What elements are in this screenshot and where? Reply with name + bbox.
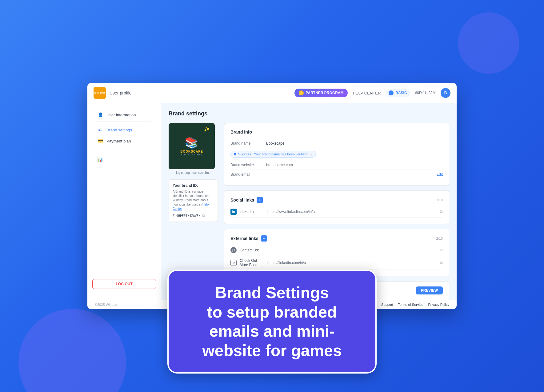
- payment-icon: 💳: [97, 138, 103, 144]
- help-center-link[interactable]: HELP CENTER: [353, 91, 381, 95]
- linkedin-label: LinkedIn:: [240, 210, 264, 214]
- brand-info-title: Brand info: [230, 130, 443, 134]
- external-links-count: 2/10: [436, 237, 443, 240]
- copy-contact-icon[interactable]: ⧉: [440, 248, 443, 252]
- contact-us-value: . .: [267, 248, 437, 252]
- check-out-label: Check Out More Books:: [240, 258, 264, 267]
- brand-info-card: Brand info Brand name Bookscape Success …: [224, 123, 449, 186]
- top-bar-left: WIN DAY User profile: [94, 87, 132, 99]
- content-heading: Brand settings: [169, 110, 449, 117]
- external-links-title: External links: [230, 236, 258, 241]
- check-out-row: ↗ Check Out More Books: https://linkedin…: [230, 256, 443, 270]
- logo-hint: jpg or png, max size 1mb: [169, 171, 218, 174]
- sidebar-divider: [97, 122, 151, 122]
- brand-logo-name: BOOKSCAPE: [180, 150, 203, 153]
- copy-check-out-icon[interactable]: ⧉: [440, 261, 443, 265]
- social-links-title: Social links: [230, 198, 254, 202]
- footer-privacy-link[interactable]: Privacy Policy: [428, 303, 449, 306]
- sidebar-footer: LOG OUT: [87, 274, 161, 294]
- brand-logo-emoji: 📚: [180, 136, 203, 149]
- contact-us-label: Contact Us:: [240, 248, 264, 252]
- top-bar: WIN DAY User profile ⭐ PARTNER PROGRAM H…: [87, 83, 457, 103]
- social-links-header: Social links + 1/10: [230, 197, 443, 203]
- top-bar-right: ⭐ PARTNER PROGRAM HELP CENTER BASIC 60D:…: [294, 88, 450, 98]
- sidebar-section: 👤 User information 🏷 Brand settings 💳 Pa…: [87, 109, 161, 151]
- linkedin-icon: in: [230, 209, 237, 215]
- social-links-card: Social links + 1/10 in LinkedIn: https:/…: [224, 190, 449, 224]
- analytics-icon: 📊: [97, 156, 103, 162]
- brand-website-label: Brand website: [230, 163, 261, 167]
- success-badge: Success Your brand name has been verifie…: [230, 151, 316, 158]
- footer-terms-link[interactable]: Terms of Service: [398, 303, 423, 306]
- brand-name-value: Bookscape: [266, 141, 443, 146]
- copy-brand-id-icon[interactable]: ⧉: [202, 214, 205, 218]
- user-avatar[interactable]: B: [441, 88, 450, 98]
- success-dot-icon: [234, 153, 236, 155]
- sidebar: 👤 User information 🏷 Brand settings 💳 Pa…: [87, 103, 161, 300]
- brand-logo-sub: BOOK STORE: [180, 153, 203, 156]
- contact-us-row: @ Contact Us: . . ⧉: [230, 245, 443, 256]
- overlay-banner: Brand Settings to setup branded emails a…: [167, 270, 377, 374]
- brand-id-title: Your brand ID:: [173, 183, 214, 188]
- success-close-icon[interactable]: ×: [310, 152, 312, 156]
- logout-button[interactable]: LOG OUT: [92, 279, 156, 289]
- add-social-link-button[interactable]: +: [257, 197, 263, 203]
- partner-icon: ⭐: [299, 90, 304, 95]
- app-logo: WIN DAY: [94, 87, 106, 99]
- sidebar-nav: 👤 User information 🏷 Brand settings 💳 Pa…: [87, 109, 161, 274]
- preview-button[interactable]: PREVIEW: [416, 286, 443, 294]
- timer-display: 60D:1H:32M: [415, 91, 436, 95]
- social-links-header-left: Social links +: [230, 197, 263, 203]
- brand-email-label: Brand email: [230, 172, 261, 177]
- success-row: Success Your brand name has been verifie…: [230, 148, 443, 160]
- sidebar-item-brand-settings[interactable]: 🏷 Brand settings: [92, 124, 156, 135]
- brand-icon: 🏷: [97, 127, 103, 133]
- brand-name-label: Brand name: [230, 141, 261, 146]
- brand-name-row: Brand name Bookscape: [230, 139, 443, 148]
- brand-id-value: Z-9HPE0TX4ZAV3H ⧉: [173, 214, 214, 218]
- check-out-value: https://linkedin.com/in/a: [267, 261, 437, 265]
- sidebar-item-payment-plan[interactable]: 💳 Payment plan: [92, 135, 156, 146]
- sidebar-item-user-info[interactable]: 👤 User information: [92, 109, 156, 120]
- brand-website-row: Brand website: [230, 160, 443, 170]
- plan-icon: [389, 90, 394, 95]
- edit-email-link[interactable]: Edit: [436, 172, 443, 177]
- footer-copyright: ©2025 Winday.: [95, 303, 118, 306]
- overlay-banner-text: Brand Settings to setup branded emails a…: [187, 283, 357, 360]
- linkedin-row: in LinkedIn: https://www.linkedin.com/in…: [230, 206, 443, 218]
- brand-logo-content: 📚 BOOKSCAPE BOOK STORE: [180, 136, 203, 156]
- copy-linkedin-icon[interactable]: ⧉: [440, 210, 443, 214]
- brand-website-input[interactable]: [266, 163, 443, 167]
- external-links-card: External links + 2/10 @ Contact Us: . . …: [224, 229, 449, 276]
- plan-badge: BASIC: [386, 89, 410, 97]
- external-links-header-left: External links +: [230, 235, 267, 242]
- brand-email-row: Brand email Edit: [230, 170, 443, 179]
- brand-logo-box: 📚 BOOKSCAPE BOOK STORE ✨: [169, 123, 215, 169]
- sidebar-item-analytics[interactable]: 📊: [92, 154, 156, 165]
- footer-links: Support Terms of Service Privacy Policy: [381, 303, 449, 306]
- brand-logo-stars: ✨: [204, 126, 210, 132]
- brand-id-box: Your brand ID: A Brand ID is a unique id…: [169, 179, 218, 222]
- footer-support-link[interactable]: Support: [381, 303, 393, 306]
- linkedin-value: https://www.linkedin.com/in/a: [267, 210, 437, 214]
- external-link-icon: ↗: [230, 260, 237, 266]
- add-external-link-button[interactable]: +: [261, 235, 267, 242]
- user-icon: 👤: [97, 112, 103, 118]
- contact-icon: @: [230, 247, 237, 253]
- page-title: User profile: [110, 90, 132, 95]
- external-links-header: External links + 2/10: [230, 235, 443, 242]
- brand-id-desc: A Brand ID is a unique identifier for yo…: [173, 190, 214, 211]
- social-links-count: 1/10: [436, 198, 443, 202]
- partner-program-button[interactable]: ⭐ PARTNER PROGRAM: [294, 89, 348, 97]
